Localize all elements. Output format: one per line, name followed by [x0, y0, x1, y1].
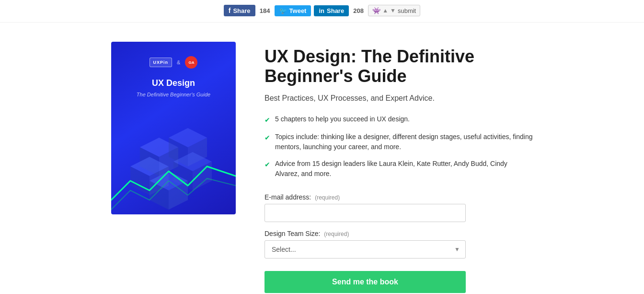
subtitle: Best Practices, UX Processes, and Expert… [264, 94, 533, 103]
ga-logo: GA [185, 56, 197, 69]
linkedin-icon: in [319, 7, 324, 14]
logo-separator: & [177, 59, 180, 65]
linkedin-share-label: Share [327, 7, 344, 14]
email-required: (required) [315, 194, 340, 201]
feature-text-1: 5 chapters to help you succeed in UX des… [275, 114, 410, 124]
email-label: E-mail address: (required) [264, 193, 533, 201]
feature-text-3: Advice from 15 design leaders like Laura… [275, 159, 533, 179]
facebook-count: 184 [258, 7, 272, 14]
cover-title: UX Design [152, 78, 195, 89]
submit-button[interactable]: Send me the book [264, 271, 466, 293]
info-panel: UX Design: The Definitive Beginner's Gui… [264, 42, 533, 294]
team-size-select[interactable]: Select... 12-56-1011-2021-5050+ [264, 240, 466, 259]
twitter-icon: 🐦 [279, 7, 287, 14]
reddit-submit-label: submit [398, 7, 416, 14]
feature-item-1: ✔ 5 chapters to help you succeed in UX d… [264, 114, 533, 125]
reddit-share-button[interactable]: 👾 ▲ ▼ submit [368, 5, 420, 16]
facebook-share-button[interactable]: f Share [224, 5, 255, 16]
reddit-upvote-icon[interactable]: ▲ [382, 7, 388, 14]
checkmark-icon-3: ✔ [264, 160, 270, 170]
feature-text-2: Topics include: thinking like a designer… [275, 132, 533, 152]
team-size-select-wrapper: Select... 12-56-1011-2021-5050+ ▼ [264, 240, 466, 259]
social-share-bar: f Share 184 🐦 Tweet in Share 208 👾 ▲ ▼ s… [0, 0, 644, 23]
email-input[interactable] [264, 204, 466, 222]
email-form-group: E-mail address: (required) [264, 193, 533, 222]
main-content: UXPin & GA UX Design The Definitive Begi… [58, 23, 586, 294]
feature-item-2: ✔ Topics include: thinking like a design… [264, 132, 533, 152]
facebook-icon: f [229, 7, 231, 14]
checkmark-icon-1: ✔ [264, 115, 270, 125]
team-size-label: Design Team Size: (required) [264, 230, 533, 237]
cover-subtitle: The Definitive Beginner's Guide [137, 92, 210, 97]
team-size-required: (required) [324, 231, 349, 237]
linkedin-count: 208 [352, 7, 365, 14]
linkedin-share-button[interactable]: in Share [314, 5, 349, 16]
twitter-share-label: Tweet [289, 7, 307, 14]
page-title: UX Design: The Definitive Beginner's Gui… [264, 47, 533, 86]
feature-item-3: ✔ Advice from 15 design leaders like Lau… [264, 159, 533, 179]
team-size-form-group: Design Team Size: (required) Select... 1… [264, 230, 533, 259]
checkmark-icon-2: ✔ [264, 133, 270, 143]
twitter-share-button[interactable]: 🐦 Tweet [275, 5, 311, 16]
features-list: ✔ 5 chapters to help you succeed in UX d… [264, 114, 533, 179]
book-cover: UXPin & GA UX Design The Definitive Begi… [111, 42, 236, 214]
uxpin-logo: UXPin [150, 58, 172, 67]
reddit-icon: 👾 [372, 7, 380, 14]
cover-logos: UXPin & GA [150, 56, 198, 69]
book-decoration-svg [111, 109, 236, 214]
reddit-downvote-icon[interactable]: ▼ [390, 7, 396, 14]
facebook-share-label: Share [233, 7, 250, 14]
